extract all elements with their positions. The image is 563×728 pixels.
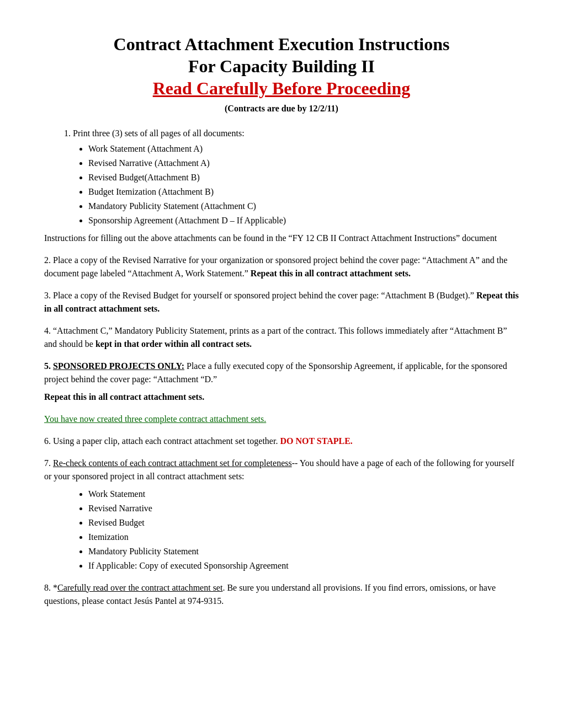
item3-normal: 3. Place a copy of the Revised Budget fo… [44,291,474,300]
item2-text: 2. Place a copy of the Revised Narrative… [44,254,519,280]
item6-red: DO NOT STAPLE. [280,436,352,446]
list-item: Itemization [88,531,519,544]
item5-bold-underline: SPONSORED PROJECTS ONLY: [53,361,184,371]
subtitle: (Contracts are due by 12/2/11) [44,104,519,114]
section-2: 2. Place a copy of the Revised Narrative… [44,254,519,280]
item8-underline: Carefully read over the contract attachm… [57,583,222,592]
item5-label: 5. [44,361,53,371]
item7-label: 7. [44,458,53,468]
title-red: Read Carefully Before Proceeding [44,77,519,100]
item7-underline: Re-check contents of each contract attac… [53,458,292,468]
page-header: Contract Attachment Execution Instructio… [44,33,519,114]
list-item: Mandatory Publicity Statement [88,545,519,558]
page: Contract Attachment Execution Instructio… [0,0,563,728]
list-item: Work Statement [88,488,519,501]
list-item: Work Statement (Attachment A) [88,142,519,156]
item7-text: 7. Re-check contents of each contract at… [44,457,519,483]
section-1: 1. Print three (3) sets of all pages of … [44,127,519,245]
list-item: Sponsorship Agreement (Attachment D – If… [88,214,519,227]
section-6: 6. Using a paper clip, attach each contr… [44,435,519,448]
list-item: Revised Budget(Attachment B) [88,171,519,184]
item4-bold: kept in that order within all contract s… [95,339,252,349]
item3-text: 3. Place a copy of the Revised Budget fo… [44,289,519,315]
item1-intro: 1. Print three (3) sets of all pages of … [64,127,519,140]
section-3: 3. Place a copy of the Revised Budget fo… [44,289,519,315]
green-link-text: You have now created three complete cont… [44,413,519,426]
title-line2: For Capacity Building II [44,55,519,77]
section-green-link: You have now created three complete cont… [44,413,519,426]
item6-text: 6. Using a paper clip, attach each contr… [44,435,519,448]
item8-text: 8. *Carefully read over the contract att… [44,581,519,608]
section-4: 4. “Attachment C,” Mandatory Publicity S… [44,324,519,351]
item1-note: Instructions for filling out the above a… [44,232,519,245]
list-item: Budget Itemization (Attachment B) [88,185,519,199]
list-item: Revised Narrative (Attachment A) [88,157,519,170]
item8-prefix: 8. * [44,583,57,592]
list-item: Revised Budget [88,516,519,529]
item2-bold: Repeat this in all contract attachment s… [251,269,411,278]
title-line1: Contract Attachment Execution Instructio… [44,33,519,55]
list-item: If Applicable: Copy of executed Sponsors… [88,559,519,572]
list-item: Revised Narrative [88,502,519,515]
item5-text: 5. SPONSORED PROJECTS ONLY: Place a full… [44,360,519,386]
section-7: 7. Re-check contents of each contract at… [44,457,519,572]
content-body: 1. Print three (3) sets of all pages of … [44,127,519,608]
section-8: 8. *Carefully read over the contract att… [44,581,519,608]
item6-normal: 6. Using a paper clip, attach each contr… [44,436,280,446]
item7-bullet-list: Work Statement Revised Narrative Revised… [88,488,519,572]
list-item: Mandatory Publicity Statement (Attachmen… [88,200,519,213]
item5-bold2: Repeat this in all contract attachment s… [44,390,519,404]
item1-bullet-list: Work Statement (Attachment A) Revised Na… [88,142,519,227]
section-5: 5. SPONSORED PROJECTS ONLY: Place a full… [44,360,519,404]
item4-text: 4. “Attachment C,” Mandatory Publicity S… [44,324,519,351]
